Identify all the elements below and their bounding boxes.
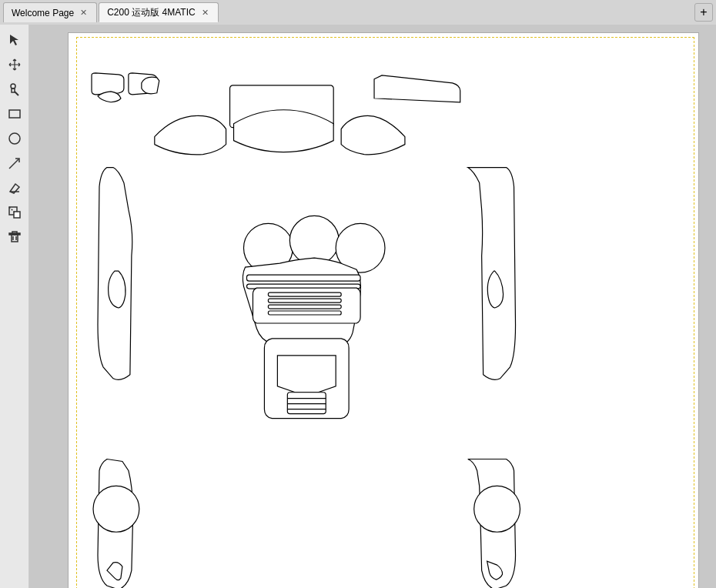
transform-tool[interactable] [4, 202, 25, 223]
toolbar [0, 25, 29, 588]
svg-rect-23 [268, 311, 341, 315]
svg-line-9 [9, 207, 15, 213]
main-area [0, 25, 716, 588]
measure-tool[interactable] [4, 152, 25, 174]
svg-rect-21 [268, 299, 341, 302]
svg-point-0 [11, 84, 15, 89]
svg-line-2 [15, 92, 18, 95]
svg-rect-22 [268, 305, 341, 309]
car-drawing [69, 33, 698, 588]
select-tool[interactable] [4, 29, 25, 51]
tab-bar: Welcome Page ✕ C200 运动版 4MATIC ✕ + [0, 0, 716, 25]
svg-rect-3 [9, 110, 20, 118]
svg-line-5 [9, 159, 18, 169]
svg-rect-1 [12, 89, 15, 92]
tab-welcome[interactable]: Welcome Page ✕ [3, 2, 97, 22]
tab-c200-label: C200 运动版 4MATIC [107, 6, 195, 19]
svg-rect-8 [14, 212, 20, 218]
canvas-paper [68, 32, 699, 588]
pan-tool[interactable] [4, 54, 25, 75]
svg-rect-18 [246, 275, 360, 281]
tab-c200-close[interactable]: ✕ [200, 8, 210, 18]
circle-tool[interactable] [4, 128, 25, 149]
svg-rect-11 [12, 235, 18, 242]
clear-tool[interactable] [4, 226, 25, 248]
rectangle-tool[interactable] [4, 103, 25, 125]
svg-rect-20 [268, 292, 341, 296]
tab-welcome-label: Welcome Page [12, 8, 74, 18]
canvas-area[interactable] [29, 25, 716, 588]
stamp-tool[interactable] [4, 79, 25, 100]
svg-point-28 [93, 486, 139, 532]
tab-c200[interactable]: C200 运动版 4MATIC ✕ [99, 2, 218, 22]
svg-point-29 [474, 486, 520, 532]
tab-welcome-close[interactable]: ✕ [79, 8, 89, 18]
svg-rect-24 [287, 393, 326, 414]
new-tab-button[interactable]: + [694, 3, 713, 22]
svg-point-4 [9, 133, 20, 144]
eraser-tool[interactable] [4, 177, 25, 199]
